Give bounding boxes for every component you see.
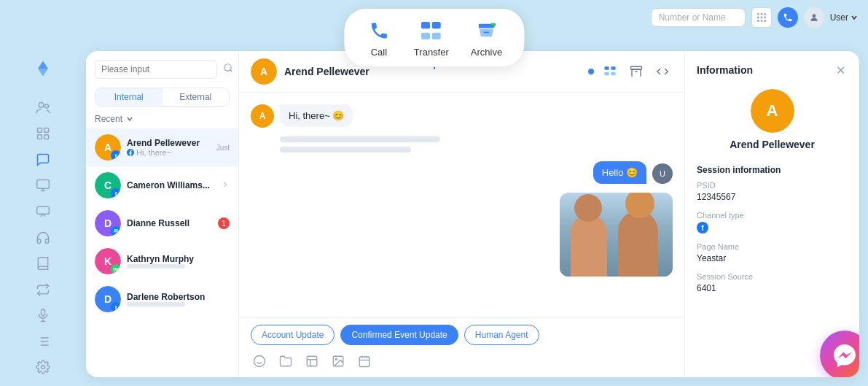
archive-action-btn[interactable] (626, 61, 646, 82)
close-button[interactable]: ✕ (833, 63, 848, 77)
svg-point-17 (45, 104, 49, 108)
contact-preview (127, 302, 230, 306)
chat-header-actions (588, 61, 673, 82)
unread-badge: 1 (218, 217, 230, 229)
info-label: PSID (697, 181, 848, 190)
svg-point-16 (39, 102, 44, 107)
account-update-btn[interactable]: Account Update (251, 325, 335, 345)
msg-badge-icon: ✉ (111, 226, 121, 236)
nav-list[interactable] (30, 331, 56, 352)
transfer-action[interactable]: Transfer (414, 18, 449, 58)
folder-icon[interactable] (277, 352, 294, 370)
svg-rect-0 (421, 22, 430, 28)
info-section-title: Session information (697, 165, 848, 175)
contact-item[interactable]: D f Darlene Robertson (86, 280, 238, 318)
call-action[interactable]: Call (366, 18, 392, 58)
chat-area: A Arend Pellewever (239, 51, 684, 377)
svg-rect-40 (605, 72, 609, 76)
nav-mic[interactable] (30, 305, 56, 325)
avatar: U (652, 163, 673, 184)
quick-replies: Account Update Confirmed Event Update Hu… (251, 325, 673, 345)
archive-label: Archive (471, 47, 502, 58)
archive-action[interactable]: Archive (471, 18, 502, 58)
image-thumbnail (560, 193, 673, 277)
template-icon[interactable] (303, 352, 321, 370)
info-value: 12345567 (697, 192, 848, 202)
forward-icon (221, 179, 230, 192)
toolbar-icons (251, 352, 673, 370)
svg-rect-41 (611, 72, 616, 76)
info-value: 6401 (697, 283, 848, 293)
grid-dots-icon[interactable] (751, 7, 772, 28)
user-menu[interactable]: User (830, 12, 858, 23)
info-field-source: Session Source 6401 (697, 272, 848, 293)
contact-preview: Hi, there~ (127, 148, 211, 157)
svg-point-9 (757, 17, 759, 19)
phone-top-icon[interactable] (778, 7, 798, 28)
svg-point-11 (764, 17, 766, 19)
info-field-psid: PSID 12345567 (697, 181, 848, 202)
contact-name: Dianne Russell (127, 218, 212, 228)
tab-external[interactable]: External (163, 88, 230, 106)
nav-monitor2[interactable] (30, 201, 56, 222)
nav-users[interactable] (30, 98, 56, 118)
image-icon[interactable] (329, 352, 347, 370)
tab-internal[interactable]: Internal (95, 88, 163, 106)
svg-point-10 (760, 17, 762, 19)
svg-rect-1 (432, 22, 441, 28)
svg-point-13 (760, 20, 762, 22)
wa-badge-icon: W (111, 264, 121, 274)
message-skeleton (280, 136, 673, 153)
confirmed-event-update-btn[interactable]: Confirmed Event Update (340, 325, 458, 345)
app-logo (33, 58, 53, 82)
nav-monitor[interactable] (30, 176, 56, 196)
transfer-icon (418, 18, 445, 44)
svg-rect-47 (307, 356, 317, 366)
message-bubble: Hi, there~ 😊 (280, 104, 353, 127)
info-label: Channel type (697, 211, 848, 220)
more-action-btn[interactable] (652, 61, 673, 82)
info-label: Session Source (697, 272, 848, 281)
info-panel: Information ✕ A Arend Pellewever Session… (684, 51, 859, 377)
contact-item[interactable]: D ✉ Dianne Russell 1 (86, 204, 238, 242)
messenger-fab[interactable] (820, 331, 859, 377)
info-value: Yeastar (697, 253, 848, 263)
fb-badge-icon: f (111, 150, 121, 161)
transfer-action-btn[interactable] (600, 61, 620, 82)
svg-rect-2 (421, 33, 430, 39)
phone-icon (366, 18, 392, 44)
message-received: A Hi, there~ 😊 (251, 104, 673, 128)
search-input[interactable] (95, 60, 217, 79)
svg-point-6 (757, 13, 759, 15)
info-field-page: Page Name Yeastar (697, 242, 848, 263)
contact-name: Darlene Robertson (127, 292, 230, 302)
nav-loops[interactable] (30, 279, 56, 300)
fb-channel-icon: f (697, 222, 708, 233)
search-box-top[interactable]: Number or Name (651, 8, 746, 27)
emoji-icon[interactable] (251, 352, 268, 370)
contact-item[interactable]: C f Cameron Williams... (86, 166, 238, 204)
chat-contact-avatar: A (251, 58, 277, 85)
transfer-label: Transfer (414, 47, 449, 58)
human-agent-btn[interactable]: Human Agent (464, 325, 539, 345)
nav-grid[interactable] (30, 124, 56, 144)
info-label: Page Name (697, 242, 848, 251)
svg-rect-3 (432, 33, 441, 39)
svg-rect-25 (37, 206, 50, 214)
nav-headset[interactable] (30, 228, 56, 248)
nav-settings[interactable] (30, 357, 56, 377)
avatar: A (251, 104, 274, 128)
contact-name: Kathryn Murphy (127, 254, 230, 264)
message-bubble-sent: Hello 😊 (593, 161, 646, 184)
side-nav (0, 51, 86, 377)
nav-book[interactable] (30, 253, 56, 274)
calendar-icon[interactable] (356, 352, 373, 370)
nav-message[interactable] (30, 150, 56, 170)
user-avatar-top[interactable] (804, 7, 824, 28)
contact-item[interactable]: A f Arend Pellewever Hi, there~ Just (86, 128, 238, 166)
info-profile: A Arend Pellewever (697, 89, 848, 150)
avatar: K W (95, 248, 121, 274)
call-label: Call (371, 47, 387, 58)
svg-point-12 (757, 20, 759, 22)
contact-item[interactable]: K W Kathryn Murphy (86, 242, 238, 280)
